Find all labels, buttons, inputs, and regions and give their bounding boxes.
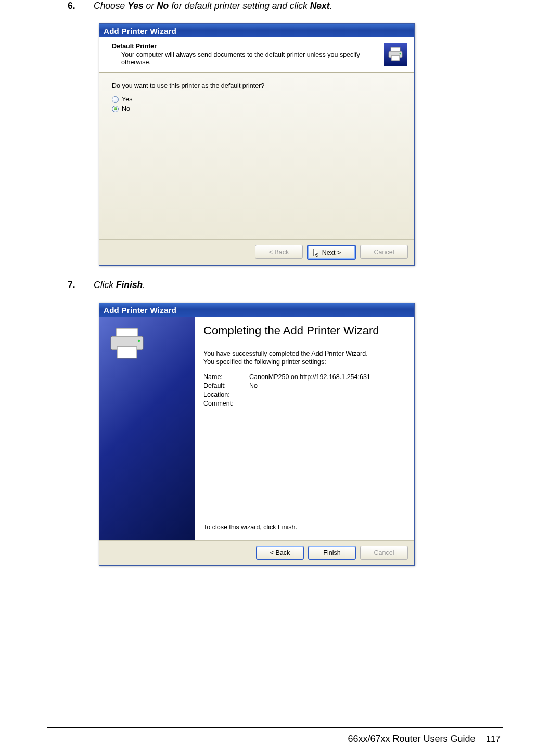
footer-rule	[47, 727, 503, 728]
wizard-side-graphic	[99, 317, 195, 540]
dialog-para-1: You have successfully completed the Add …	[203, 350, 368, 357]
step-6: 6. Choose Yes or No for default printer …	[68, 0, 488, 12]
radio-no[interactable]	[112, 106, 119, 112]
svg-point-3	[400, 53, 401, 54]
radio-yes-label: Yes	[122, 96, 132, 103]
footer-guide: 66xx/67xx Router Users Guide	[348, 734, 476, 745]
svg-rect-2	[391, 56, 400, 61]
radio-no-row[interactable]: No	[112, 105, 402, 112]
step-7: 7. Click Finish.	[68, 279, 488, 291]
dialog-question: Do you want to use this printer as the d…	[112, 82, 402, 89]
step-number: 6.	[68, 0, 82, 12]
close-hint: To close this wizard, click Finish.	[203, 524, 297, 531]
step-text: Click Finish.	[94, 279, 145, 291]
titlebar[interactable]: Add Printer Wizard	[99, 303, 414, 317]
step-text: Choose Yes or No for default printer set…	[94, 0, 332, 12]
footer-page-number: 117	[486, 734, 501, 745]
cancel-button[interactable]: Cancel	[360, 546, 408, 560]
kv-default: Default:No	[203, 382, 407, 389]
next-button-label: Next >	[322, 249, 341, 256]
dialog-heading: Completing the Add Printer Wizard	[203, 324, 407, 337]
radio-no-label: No	[122, 105, 130, 112]
kv-location: Location:	[203, 391, 407, 398]
dialog-heading: Default Printer	[112, 43, 361, 50]
svg-rect-0	[391, 47, 400, 51]
button-row: < Back Next > Cancel	[99, 239, 414, 265]
svg-rect-4	[116, 328, 138, 336]
svg-rect-6	[117, 347, 137, 358]
kv-comment: Comment:	[203, 400, 407, 407]
button-row: < Back Finish Cancel	[99, 540, 414, 565]
cursor-icon	[313, 249, 321, 259]
page-footer: 66xx/67xx Router Users Guide 117	[348, 734, 501, 745]
back-button[interactable]: < Back	[255, 245, 303, 259]
dialog-subheading: Your computer will always send documents…	[121, 51, 361, 67]
cancel-button[interactable]: Cancel	[360, 245, 408, 259]
radio-yes[interactable]	[112, 96, 119, 103]
step-number: 7.	[68, 279, 82, 291]
next-button[interactable]: Next >	[307, 245, 356, 260]
wizard-dialog-complete: Add Printer Wizard Completing the Add Pr…	[99, 303, 415, 566]
wizard-dialog-default-printer: Add Printer Wizard Default Printer Your …	[99, 23, 415, 266]
titlebar[interactable]: Add Printer Wizard	[99, 24, 414, 37]
radio-yes-row[interactable]: Yes	[112, 96, 402, 103]
kv-name: Name:CanonMP250 on http://192.168.1.254:…	[203, 373, 407, 381]
dialog-para-2: You specified the following printer sett…	[203, 358, 326, 366]
printer-large-icon	[107, 326, 147, 361]
printer-icon	[384, 43, 407, 66]
finish-button[interactable]: Finish	[308, 546, 356, 560]
back-button[interactable]: < Back	[256, 546, 304, 560]
svg-point-7	[138, 340, 140, 342]
